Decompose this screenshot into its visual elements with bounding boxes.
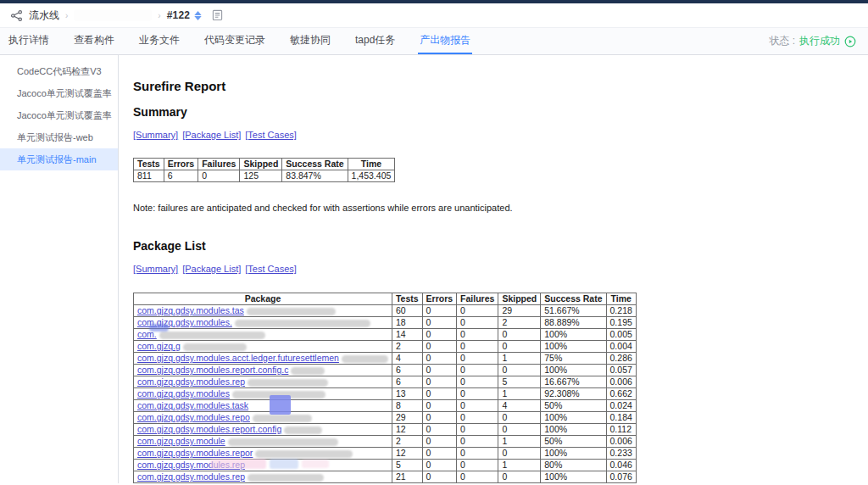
package-rate-cell: 51.667% [541, 305, 606, 317]
package-errors-cell: 0 [422, 353, 457, 365]
report-nav-link-0[interactable]: [Summary] [133, 130, 178, 140]
package-time-cell: 0.195 [606, 317, 636, 329]
sidebar-item-3[interactable]: 单元测试报告-web [0, 126, 118, 148]
package-link[interactable]: com.gjzq.gdsy.modules.repor [137, 448, 253, 458]
package-link[interactable]: com.gjzq.gdsy.modules. [137, 317, 232, 327]
package-col-header: Failures [457, 293, 498, 305]
package-skipped-cell: 0 [498, 424, 541, 436]
package-row-9: com.gjzq.gdsy.modules.repo29000100%0.184 [134, 412, 637, 424]
summary-table-data-row: 8116012583.847%1,453.405 [134, 170, 395, 182]
package-link[interactable]: com.gjzq.gdsy.modules.task [137, 400, 248, 410]
package-errors-cell: 0 [422, 305, 457, 317]
tab-5[interactable]: tapd任务 [353, 28, 397, 54]
sidebar-item-4[interactable]: 单元测试报告-main [0, 148, 118, 170]
redacted-text [159, 332, 265, 339]
package-row-3: com.gjzq.g2000100%0.004 [134, 341, 637, 353]
report-nav-links: [Summary][Package List][Test Cases] [133, 264, 868, 274]
summary-col-header: Time [348, 159, 395, 170]
report-nav-links: [Summary][Package List][Test Cases] [133, 130, 868, 140]
build-number[interactable]: #122 [167, 9, 191, 21]
status-play-icon[interactable] [844, 36, 856, 47]
sidebar-item-0[interactable]: CodeCC代码检查V3 [0, 60, 118, 82]
package-tests-cell: 6 [392, 365, 422, 376]
package-row-12: com.gjzq.gdsy.modules.repor12000100%0.23… [134, 448, 637, 460]
package-failures-cell: 0 [457, 424, 498, 436]
report-main: Surefire Report Summary [Summary][Packag… [119, 55, 868, 483]
package-row-10: com.gjzq.gdsy.modules.report.config12000… [134, 424, 637, 436]
package-link[interactable]: com.gjzq.gdsy.modules.tas [137, 305, 244, 315]
package-time-cell: 0.184 [606, 412, 636, 424]
report-title: Surefire Report [133, 79, 868, 93]
package-link[interactable]: com.gjzq.gdsy.modules [137, 388, 230, 399]
package-link[interactable]: com.gjzq.gdsy.modules.report.config [137, 424, 281, 434]
package-tests-cell: 18 [392, 317, 422, 329]
package-link[interactable]: com.gjzq.gdsy.module [137, 436, 225, 446]
report-nav-link-2[interactable]: [Test Cases] [245, 264, 297, 274]
package-link[interactable]: com.gjzq.gdsy.modules.rep [137, 471, 245, 482]
package-failures-cell: 0 [457, 448, 498, 460]
package-row-7: com.gjzq.gdsy.modules1300192.308%0.662 [134, 388, 637, 400]
package-errors-cell: 0 [422, 412, 457, 424]
package-link[interactable]: com.gjzq.gdsy.modules.report.config.c [137, 365, 288, 375]
breadcrumb-pipeline[interactable]: 流水线 [29, 8, 59, 23]
package-errors-cell: 0 [422, 460, 457, 471]
tab-3[interactable]: 代码变更记录 [203, 28, 267, 54]
tab-6[interactable]: 产出物报告 [418, 28, 472, 54]
package-failures-cell: 0 [457, 376, 498, 388]
package-failures-cell: 0 [457, 460, 498, 471]
package-errors-cell: 0 [422, 341, 457, 353]
tab-bar: 执行详情查看构件业务文件代码变更记录敏捷协同tapd任务产出物报告 状态 : 执… [0, 28, 868, 55]
report-nav-link-1[interactable]: [Package List] [182, 264, 241, 274]
package-skipped-cell: 2 [498, 317, 541, 329]
package-link[interactable]: com.gjzq.gdsy.modules.repo [137, 412, 250, 422]
package-skipped-cell: 4 [498, 400, 541, 412]
build-log-icon[interactable] [212, 9, 223, 21]
package-skipped-cell: 1 [498, 460, 541, 471]
package-failures-cell: 0 [457, 471, 498, 483]
package-name-cell: com.gjzq.gdsy.modules.rep [134, 376, 392, 388]
tab-0[interactable]: 执行详情 [7, 28, 51, 54]
tab-1[interactable]: 查看构件 [72, 28, 116, 54]
package-tests-cell: 13 [392, 388, 422, 400]
package-list-heading: Package List [133, 239, 868, 253]
package-row-14: com.gjzq.gdsy.modules.rep21000100%0.076 [134, 471, 637, 483]
redacted-text [284, 426, 322, 434]
package-errors-cell: 0 [422, 365, 457, 376]
package-name-cell: com.gjzq.gdsy.modules.acct.ledger.future… [134, 353, 392, 365]
package-link[interactable]: com.gjzq.gdsy.modules.rep [137, 376, 245, 387]
redacted-text [342, 355, 388, 363]
package-name-cell: com.gjzq.gdsy.modules.repor [134, 448, 392, 460]
package-failures-cell: 0 [457, 329, 498, 341]
package-errors-cell: 0 [422, 424, 457, 436]
status-box: 状态 : 执行成功 [769, 28, 856, 54]
redacted-text [235, 320, 370, 327]
package-link[interactable]: com. [137, 329, 157, 339]
report-nav-link-2[interactable]: [Test Cases] [245, 130, 297, 140]
package-link[interactable]: com.gjzq.gdsy.modules.acct.ledger.future… [137, 353, 339, 363]
package-failures-cell: 0 [457, 365, 498, 376]
package-link[interactable]: com.gjzq.gdsy.modules.rep [137, 460, 245, 470]
package-rate-cell: 100% [541, 471, 606, 483]
build-selector-stepper[interactable] [194, 11, 202, 20]
sidebar-item-1[interactable]: Jacoco单元测试覆盖率 [0, 82, 118, 104]
summary-col-header: Success Rate [282, 159, 348, 170]
report-nav-link-0[interactable]: [Summary] [133, 264, 178, 274]
sidebar-item-2[interactable]: Jacoco单元测试覆盖率 [0, 104, 118, 126]
report-nav-link-1[interactable]: [Package List] [182, 130, 241, 140]
package-failures-cell: 0 [457, 412, 498, 424]
content-area: CodeCC代码检查V3Jacoco单元测试覆盖率Jacoco单元测试覆盖率单元… [0, 55, 868, 483]
package-failures-cell: 0 [457, 305, 498, 317]
package-rate-cell: 100% [541, 329, 606, 341]
package-skipped-cell: 0 [498, 412, 541, 424]
package-tests-cell: 8 [392, 400, 422, 412]
pipeline-icon [10, 9, 23, 22]
package-rate-cell: 100% [541, 448, 606, 460]
report-sidebar: CodeCC代码检查V3Jacoco单元测试覆盖率Jacoco单元测试覆盖率单元… [0, 55, 119, 483]
package-errors-cell: 0 [422, 471, 457, 483]
summary-cell: 6 [164, 170, 198, 182]
tab-4[interactable]: 敏捷协同 [288, 28, 332, 54]
package-errors-cell: 0 [422, 317, 457, 329]
tab-2[interactable]: 业务文件 [137, 28, 181, 54]
package-link[interactable]: com.gjzq.g [137, 341, 181, 351]
package-rate-cell: 50% [541, 436, 606, 448]
